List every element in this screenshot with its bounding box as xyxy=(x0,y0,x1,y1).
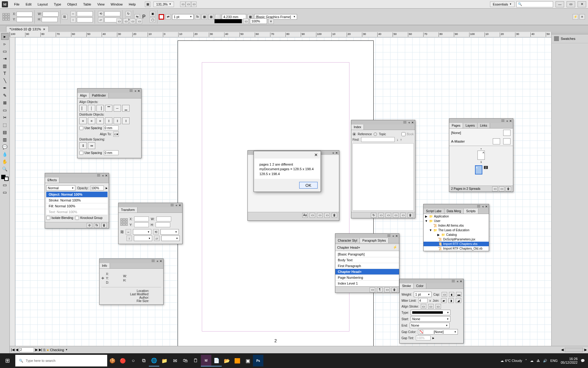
book-check[interactable] xyxy=(401,132,405,136)
taskbar-search[interactable]: 🔍Type here to search xyxy=(15,355,107,366)
page-field[interactable] xyxy=(19,347,34,352)
reference-radio[interactable] xyxy=(352,132,356,136)
gaptint-arrow-icon[interactable]: ▶ xyxy=(432,337,434,339)
knockout-group[interactable] xyxy=(75,216,79,220)
tab-pathfinder[interactable]: Pathfinder xyxy=(89,93,109,98)
menu-help[interactable]: Help xyxy=(126,1,139,7)
rotate-90-cw-icon[interactable]: ↻ xyxy=(126,11,131,17)
tab-links[interactable]: Links xyxy=(477,123,490,128)
menu-view[interactable]: View xyxy=(94,1,108,7)
isolate-blending[interactable] xyxy=(46,216,50,220)
gradient-feather-tool[interactable]: ▥ xyxy=(1,136,9,143)
panel-menu-icon[interactable] xyxy=(477,205,481,208)
h-field[interactable] xyxy=(42,17,58,22)
join-bevel-icon[interactable]: ◢ xyxy=(456,298,461,303)
align-panel-icon[interactable]: ≡ xyxy=(268,18,274,24)
gradient-swatch-tool[interactable]: ▤ xyxy=(1,129,9,136)
eyedropper-tool[interactable]: 💧 xyxy=(1,151,9,158)
align-to-menu[interactable]: ▭▾ xyxy=(113,131,119,137)
weather-widget[interactable]: ☁6°C Cloudy xyxy=(500,359,522,363)
tb-app-1[interactable]: 🍪 xyxy=(107,355,118,366)
menu-type[interactable]: Type xyxy=(51,1,64,7)
effects-row-stroke[interactable]: Stroke: Normal 100% xyxy=(46,197,107,203)
arrange-icon[interactable]: ▭ xyxy=(191,2,197,7)
zoom-tool[interactable]: 🔍 xyxy=(1,166,9,172)
align-stroke-center-icon[interactable]: ▭ xyxy=(421,304,426,309)
scroll-left-icon[interactable]: ◀ xyxy=(561,348,564,352)
panel-close-icon[interactable]: ✕ xyxy=(460,280,462,283)
panel-collapse-icon[interactable]: « xyxy=(156,259,158,263)
weight-field[interactable]: 1 pt▼ xyxy=(414,292,432,297)
explorer-icon[interactable]: 📁 xyxy=(159,355,170,366)
opacity-field[interactable] xyxy=(90,186,104,190)
style-basic[interactable]: [Basic Paragraph] xyxy=(335,251,399,257)
text-wrap-bbox-icon[interactable]: ▦ xyxy=(208,14,214,20)
t-w[interactable] xyxy=(156,217,171,221)
page-thumb-1[interactable]: A xyxy=(477,151,485,160)
panel-collapse-icon[interactable]: « xyxy=(506,119,508,123)
t-shear[interactable]: ▼ xyxy=(161,236,180,241)
content-collector-tool[interactable]: ▥ xyxy=(1,63,9,69)
panel-close-icon[interactable]: ✕ xyxy=(105,174,107,177)
panel-menu-icon[interactable] xyxy=(451,279,455,283)
effects-row-object[interactable]: Object: Normal 100% xyxy=(46,192,107,197)
scale-x[interactable] xyxy=(77,11,93,16)
workspace-switcher[interactable]: Essentials▼ xyxy=(490,2,514,7)
update-index-icon[interactable]: ↻ xyxy=(371,213,376,218)
rectangle-frame-tool[interactable]: ⊠ xyxy=(1,99,9,106)
menu-edit[interactable]: Edit xyxy=(23,1,35,7)
panel-collapse-icon[interactable]: « xyxy=(408,121,410,124)
stroke-type[interactable]: ▼ xyxy=(411,310,450,315)
panel-close-icon[interactable]: ✕ xyxy=(335,151,338,155)
fx-icon[interactable]: fx xyxy=(94,223,100,228)
btn2-icon[interactable]: ▭ xyxy=(317,213,322,218)
maximize-button[interactable]: ▭ xyxy=(567,1,575,7)
cap-butt-icon[interactable]: ▭ xyxy=(442,292,447,297)
t-x[interactable] xyxy=(134,217,149,221)
tree-index-all[interactable]: 📜Index All Items.vbs xyxy=(424,223,489,228)
new-entry2-icon[interactable]: ▭ xyxy=(393,213,398,218)
new-page-icon[interactable]: ▭ xyxy=(499,186,504,191)
zoom-level[interactable]: 131.3%▼ xyxy=(153,2,174,7)
find-field[interactable] xyxy=(361,137,395,142)
style-body[interactable]: Body Text xyxy=(335,257,399,263)
constrain-scale-icon[interactable]: ⛓ xyxy=(120,230,124,234)
drop-shadow-icon[interactable]: ▭ xyxy=(243,18,249,24)
tree-application[interactable]: ▶📁Application xyxy=(424,214,489,219)
onedrive-icon[interactable]: ☁ xyxy=(530,359,533,363)
tab-pages[interactable]: Pages xyxy=(449,123,463,128)
tab-data-merge[interactable]: Data Merg xyxy=(444,209,464,214)
text-wrap-none-icon[interactable]: ▦ xyxy=(202,14,207,20)
blend-mode[interactable]: Normal▼ xyxy=(46,185,75,191)
gap-tint[interactable] xyxy=(416,335,431,340)
btn-icon[interactable]: Aa xyxy=(302,213,308,218)
panel-menu-icon[interactable] xyxy=(387,234,391,238)
edge-icon[interactable]: 🌐 xyxy=(149,355,159,366)
dist-left-icon[interactable]: ⦀ xyxy=(105,117,112,124)
panel-collapse-icon[interactable]: « xyxy=(457,280,458,283)
open-btn-icon[interactable]: ⎘ xyxy=(43,348,46,352)
clock[interactable]: 16:26 05/12/2022 xyxy=(561,357,578,364)
panel-close-icon[interactable]: ✕ xyxy=(509,119,512,123)
tab-align[interactable]: Align xyxy=(77,93,89,98)
effects-icon[interactable]: fx xyxy=(195,14,200,20)
effects-row-fill[interactable]: Fill: Normal 100% xyxy=(46,203,107,209)
pencil-tool[interactable]: ✎ xyxy=(1,92,9,99)
notes-icon[interactable]: 🗒 xyxy=(190,355,201,366)
stroke-style-preview[interactable] xyxy=(214,19,242,23)
t-scale-y[interactable]: ▼ xyxy=(134,236,152,241)
menu-layout[interactable]: Layout xyxy=(35,1,51,7)
tab-effects[interactable]: Effects xyxy=(45,178,59,183)
panel-collapse-icon[interactable]: « xyxy=(392,234,394,238)
selection-tool[interactable]: ▸ xyxy=(1,33,9,40)
screen-mode-icon[interactable]: ▭ xyxy=(186,2,191,7)
direct-selection-tool[interactable]: ▹ xyxy=(1,40,9,47)
miter-field[interactable] xyxy=(418,298,428,303)
page-tool[interactable]: ▭ xyxy=(1,48,9,55)
index-list[interactable] xyxy=(352,143,414,211)
align-vcenter-icon[interactable]: ─ xyxy=(114,105,121,112)
fill-proxy[interactable] xyxy=(159,14,164,20)
master-none[interactable]: [None] xyxy=(449,128,513,137)
line-tool[interactable]: ╲ xyxy=(1,77,9,84)
tab-layers[interactable]: Layers xyxy=(463,123,477,128)
